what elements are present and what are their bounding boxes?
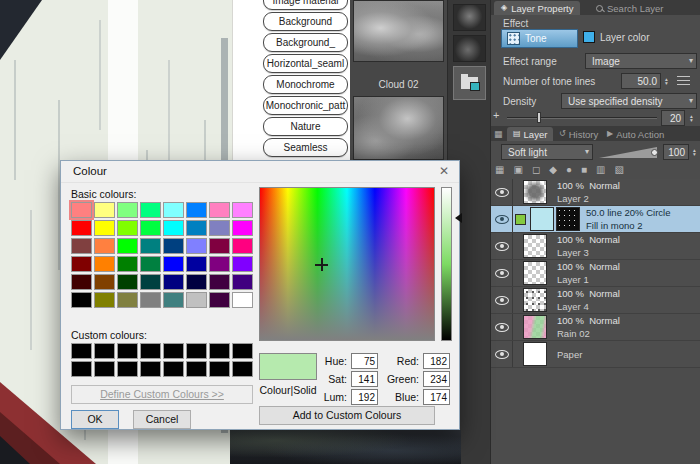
colour-field-cursor[interactable] (315, 258, 328, 271)
basic-colour-swatch[interactable] (71, 220, 92, 236)
custom-colour-swatch[interactable] (117, 361, 138, 377)
basic-colour-swatch[interactable] (94, 292, 115, 308)
custom-colour-swatch[interactable] (232, 343, 253, 359)
basic-colour-swatch[interactable] (186, 256, 207, 272)
close-icon[interactable]: ✕ (439, 164, 449, 178)
basic-colour-swatch[interactable] (186, 202, 207, 218)
toolbar-thumbnail-button-2[interactable] (453, 35, 486, 62)
transparency-lock-icon[interactable]: ▦ (495, 164, 504, 175)
tone-lines-input[interactable]: 50.0 (621, 73, 661, 89)
cancel-button[interactable]: Cancel (133, 410, 191, 429)
custom-colour-swatch[interactable] (186, 343, 207, 359)
basic-colour-swatch[interactable] (186, 274, 207, 290)
basic-colour-swatch[interactable] (186, 238, 207, 254)
luminance-bar[interactable] (441, 187, 452, 341)
eye-icon[interactable] (495, 323, 509, 332)
basic-colour-swatch[interactable] (140, 238, 161, 254)
basic-colour-swatch[interactable] (71, 238, 92, 254)
layer-visibility-cell[interactable] (491, 206, 513, 232)
basic-colour-swatch[interactable] (163, 202, 184, 218)
mask-icon[interactable]: ◻ (532, 164, 540, 175)
layer-row[interactable]: 50.0 line 20% CircleFill in mono 2 (491, 206, 700, 233)
eye-icon[interactable] (495, 215, 509, 224)
custom-colour-swatch[interactable] (186, 361, 207, 377)
custom-colour-swatch[interactable] (71, 343, 92, 359)
layer-row[interactable]: 100 % NormalLayer 2 (491, 179, 700, 206)
layer-thumbnail[interactable] (556, 207, 580, 231)
custom-colour-swatch[interactable] (117, 343, 138, 359)
material-item-button[interactable]: Horizontal_seaml (263, 54, 348, 73)
basic-colour-swatch[interactable] (209, 202, 230, 218)
layer-visibility-cell[interactable] (491, 179, 513, 205)
opacity-spinner[interactable]: ▴ ▾ (690, 144, 699, 160)
basic-colour-swatch[interactable] (163, 274, 184, 290)
basic-colour-swatch[interactable] (94, 256, 115, 272)
basic-colour-swatch[interactable] (117, 202, 138, 218)
reference-icon[interactable]: ▥ (596, 164, 605, 175)
clip-icon[interactable]: ■ (581, 164, 587, 175)
luminance-slider-arrow[interactable] (455, 213, 462, 223)
spin-down-icon[interactable]: ▾ (690, 118, 693, 123)
layer-color-button[interactable]: Layer color (583, 31, 649, 43)
define-custom-colours-button[interactable]: Define Custom Colours >> (71, 385, 253, 404)
tab-layer[interactable]: ▤ Layer (507, 127, 553, 141)
basic-colour-swatch[interactable] (163, 220, 184, 236)
basic-colour-swatch[interactable] (140, 256, 161, 272)
layer-visibility-cell[interactable] (491, 314, 513, 340)
basic-colour-swatch[interactable] (71, 202, 92, 218)
basic-colour-swatch[interactable] (94, 274, 115, 290)
tone-lines-slider-icon[interactable] (677, 76, 690, 86)
basic-colour-swatch[interactable] (94, 220, 115, 236)
layer-row[interactable]: 100 % NormalRain 02 (491, 314, 700, 341)
layer-visibility-cell[interactable] (491, 287, 513, 313)
layer-row[interactable]: 100 % NormalLayer 1 (491, 260, 700, 287)
basic-colour-swatch[interactable] (140, 220, 161, 236)
basic-colour-swatch[interactable] (209, 238, 230, 254)
custom-colour-swatch[interactable] (71, 361, 92, 377)
lum-input[interactable]: 192 (351, 389, 378, 405)
custom-colour-swatch[interactable] (163, 361, 184, 377)
custom-colour-swatch[interactable] (94, 361, 115, 377)
toolbar-thumbnail-button-1[interactable] (453, 4, 486, 31)
custom-colour-swatch[interactable] (209, 361, 230, 377)
pixel-lock-icon[interactable]: ▣ (513, 164, 522, 175)
blue-input[interactable]: 174 (423, 389, 450, 405)
basic-colour-swatch[interactable] (232, 202, 253, 218)
ok-button[interactable]: OK (71, 410, 119, 429)
opacity-slider-handle[interactable] (651, 149, 658, 156)
eye-icon[interactable] (495, 296, 509, 305)
spin-down-icon[interactable]: ▾ (693, 152, 696, 157)
two-pane-icon[interactable]: ▧ (614, 164, 623, 175)
material-item-button[interactable]: Nature (263, 117, 348, 136)
basic-colour-swatch[interactable] (117, 274, 138, 290)
hue-input[interactable]: 75 (351, 353, 378, 369)
basic-colour-swatch[interactable] (163, 238, 184, 254)
tab-auto-action[interactable]: ▶ Auto Action (601, 127, 670, 141)
sat-input[interactable]: 141 (351, 371, 378, 387)
layer-row[interactable]: 100 % NormalLayer 3 (491, 233, 700, 260)
material-item-button[interactable]: Background (263, 12, 348, 31)
basic-colour-swatch[interactable] (232, 238, 253, 254)
basic-colour-swatch[interactable] (209, 292, 230, 308)
tone-lines-spinner[interactable]: ▴ ▾ (662, 73, 671, 89)
basic-colour-swatch[interactable] (209, 220, 230, 236)
basic-colour-swatch[interactable] (117, 238, 138, 254)
effect-range-dropdown[interactable]: Image ▾ (585, 53, 697, 69)
blend-mode-dropdown[interactable]: Soft light ▾ (501, 144, 593, 160)
colour-field[interactable] (259, 187, 435, 341)
basic-colour-swatch[interactable] (163, 292, 184, 308)
material-item-button[interactable]: Background_ (263, 33, 348, 52)
material-item-button[interactable]: Monochrome (263, 75, 348, 94)
eye-icon[interactable] (495, 269, 509, 278)
layer-visibility-cell[interactable] (491, 341, 513, 367)
basic-colour-swatch[interactable] (186, 220, 207, 236)
material-folder-button[interactable] (453, 66, 486, 100)
panel-grid-icon[interactable]: ▦ (494, 129, 503, 139)
slider-plus-icon[interactable]: + (493, 109, 499, 121)
basic-colour-swatch[interactable] (71, 274, 92, 290)
material-item-button[interactable]: Seamless (263, 138, 348, 157)
layer-visibility-cell[interactable] (491, 233, 513, 259)
basic-colour-swatch[interactable] (140, 292, 161, 308)
density-slider-track[interactable] (507, 117, 657, 119)
material-preview-image[interactable] (230, 430, 461, 464)
